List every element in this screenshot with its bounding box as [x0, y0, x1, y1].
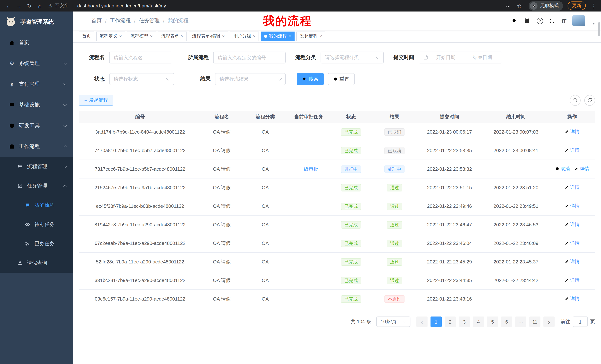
page-6[interactable]: 6 — [501, 316, 512, 327]
search-icon[interactable] — [511, 18, 517, 24]
more-pages-button[interactable]: ··· — [515, 316, 526, 327]
tab-close-icon[interactable]: × — [181, 34, 183, 38]
sidebar-item-my-process[interactable]: 我的流程 — [0, 196, 73, 215]
page-1[interactable]: 1 — [431, 316, 442, 327]
page-2[interactable]: 2 — [445, 316, 456, 327]
browser-menu-icon[interactable]: ⋮ — [590, 2, 597, 9]
cell-end-time: 2022-01-22 23:51:20 — [483, 185, 549, 190]
update-button[interactable]: 更新 — [568, 1, 586, 10]
page-5[interactable]: 5 — [487, 316, 498, 327]
detail-link[interactable]: 详情 — [565, 259, 580, 265]
breadcrumb-task-mgmt[interactable]: 任务管理 — [139, 18, 160, 24]
scrollbar-thumb[interactable] — [598, 22, 600, 36]
cancel-link[interactable]: 取消 — [555, 166, 570, 172]
sidebar-item-system[interactable]: ⚙ 系统管理 — [0, 53, 73, 74]
detail-link[interactable]: 详情 — [574, 166, 589, 172]
start-process-button[interactable]: + 发起流程 — [79, 95, 113, 106]
browser-home-button[interactable]: ⌂ — [35, 1, 45, 10]
breadcrumb-home[interactable]: 首页 — [91, 18, 102, 24]
process-name-input[interactable] — [114, 55, 168, 60]
edit-icon — [565, 148, 569, 153]
browser-forward-button[interactable]: → — [14, 1, 24, 10]
detail-link[interactable]: 详情 — [565, 129, 580, 135]
plus-icon: + — [84, 97, 87, 103]
incognito-profile[interactable]: 无痕模式 — [529, 1, 563, 10]
tab-process-model[interactable]: 流程模型× — [127, 31, 156, 41]
tab-process-form-edit[interactable]: 流程表单-编辑× — [189, 31, 228, 41]
page-size-select[interactable]: 10条/页 — [376, 316, 411, 327]
sidebar-item-process-mgmt[interactable]: 流程管理 — [0, 157, 73, 176]
help-icon[interactable]: ? — [537, 18, 543, 24]
key-icon[interactable] — [505, 3, 510, 8]
detail-link[interactable]: 详情 — [565, 221, 580, 228]
fullscreen-icon[interactable] — [549, 18, 555, 24]
sidebar-item-task-mgmt[interactable]: 任务管理 — [0, 176, 73, 196]
date-range-picker[interactable]: 开始日期 - 结束日期 — [419, 52, 502, 63]
page-4[interactable]: 4 — [473, 316, 484, 327]
tab-label: 流程表单 — [161, 33, 179, 39]
tab-user-group[interactable]: 用户分组× — [230, 31, 259, 41]
detail-link[interactable]: 详情 — [565, 277, 580, 284]
sidebar-item-todo-tasks[interactable]: 待办任务 — [0, 215, 73, 234]
sidebar-collapse-icon[interactable] — [79, 18, 85, 24]
chevron-down-icon — [63, 123, 67, 127]
security-indicator[interactable]: ⚠ 不安全 — [48, 3, 69, 9]
sidebar-item-payment[interactable]: ¥ 支付管理 — [0, 74, 73, 95]
detail-link[interactable]: 详情 — [565, 296, 580, 302]
status-select[interactable]: 请选择状态 — [109, 73, 174, 85]
result-select[interactable]: 请选择流结果 — [215, 73, 286, 85]
current-task-link[interactable]: 一级审批 — [299, 166, 318, 172]
refresh-table-button[interactable] — [584, 95, 595, 105]
tab-home[interactable]: 首页 — [79, 31, 94, 41]
breadcrumb-workflow[interactable]: 工作流程 — [110, 18, 131, 24]
tab-close-icon[interactable]: × — [150, 34, 153, 38]
category-select[interactable]: 请选择流程分类 — [321, 52, 384, 63]
browser-back-button[interactable]: ← — [4, 1, 13, 10]
tab-close-icon[interactable]: × — [253, 34, 256, 38]
cancel-label: 取消 — [561, 166, 570, 172]
tab-process-definition[interactable]: 流程定义× — [96, 31, 125, 41]
tab-start-process[interactable]: 发起流程× — [296, 31, 325, 41]
tab-process-form[interactable]: 流程表单× — [158, 31, 187, 41]
detail-label: 详情 — [570, 240, 580, 246]
tab-close-icon[interactable]: × — [320, 34, 322, 38]
result-tag: 通过 — [387, 221, 402, 228]
detail-label: 详情 — [570, 277, 580, 284]
detail-link[interactable]: 详情 — [565, 203, 580, 209]
github-icon[interactable] — [524, 18, 531, 24]
browser-reload-button[interactable]: ↻ — [25, 1, 34, 10]
sidebar-item-devtools[interactable]: 研发工具 — [0, 115, 73, 136]
search-icon — [302, 77, 307, 81]
page-3[interactable]: 3 — [459, 316, 470, 327]
col-id: 编号 — [79, 114, 201, 120]
detail-link[interactable]: 详情 — [565, 240, 580, 246]
logo[interactable]: 芋道管理系统 — [0, 11, 73, 32]
bookmark-star-icon[interactable]: ☆ — [514, 1, 524, 10]
sidebar-item-done-tasks[interactable]: 已办任务 — [0, 234, 73, 253]
page-11[interactable]: 11 — [529, 316, 541, 327]
goto-page-input[interactable] — [573, 316, 588, 327]
chevron-down-icon — [63, 82, 67, 86]
tab-close-icon[interactable]: × — [119, 34, 122, 38]
address-url[interactable]: dashboard.yudao.iocoder.cn/bpm/task/my — [77, 3, 166, 8]
tab-close-icon[interactable]: × — [222, 34, 225, 38]
sidebar-item-workflow[interactable]: 工作流程 — [0, 136, 73, 157]
detail-link[interactable]: 详情 — [565, 184, 580, 191]
detail-link[interactable]: 详情 — [565, 147, 580, 153]
sidebar-item-leave-query[interactable]: 请假查询 — [0, 253, 73, 273]
font-size-icon[interactable]: tT — [562, 18, 566, 24]
search-button[interactable]: 搜索 — [297, 73, 324, 85]
sidebar-item-home[interactable]: 首页 — [0, 32, 73, 53]
status-tag: 已完成 — [341, 258, 361, 266]
next-page-button[interactable]: › — [543, 316, 555, 327]
reset-button[interactable]: 重置 — [328, 73, 355, 85]
table-row: 67c2eaab-7b9a-11ec-a290-acde48001122 OA … — [79, 234, 595, 253]
tab-my-process[interactable]: 我的流程× — [261, 31, 295, 41]
sidebar-item-infra[interactable]: 基础设施 — [0, 95, 73, 115]
avatar-caret-icon[interactable] — [592, 22, 595, 24]
toggle-search-button[interactable] — [570, 95, 581, 105]
prev-page-button[interactable]: ‹ — [416, 316, 428, 327]
parent-process-input[interactable] — [218, 55, 281, 60]
tab-close-icon[interactable]: × — [289, 34, 291, 38]
user-avatar[interactable] — [572, 15, 585, 26]
